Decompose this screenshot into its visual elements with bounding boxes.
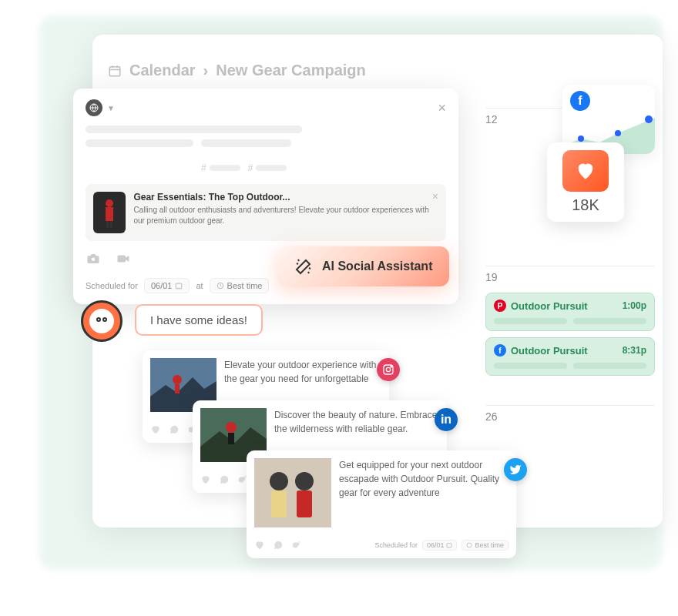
breadcrumb-root[interactable]: Calendar (129, 62, 196, 79)
svg-point-19 (104, 319, 106, 320)
close-icon[interactable]: × (432, 190, 438, 203)
share-icon[interactable] (291, 540, 302, 551)
placeholder-line (86, 126, 302, 133)
suggestion-card[interactable]: Get equipped for your next outdoor escap… (247, 450, 516, 558)
svg-point-25 (391, 367, 391, 367)
svg-rect-11 (110, 221, 112, 228)
schedule-date-chip[interactable]: 06/01 (422, 540, 458, 551)
event-time: 1:00p (623, 300, 646, 311)
svg-rect-10 (106, 221, 109, 228)
chevron-down-icon[interactable]: ▼ (107, 104, 115, 112)
likes-card: 18K (547, 142, 624, 222)
comment-icon[interactable] (273, 540, 284, 551)
instagram-icon (377, 358, 400, 381)
svg-point-27 (226, 422, 237, 433)
svg-rect-22 (175, 384, 180, 393)
suggestion-text: Get equipped for your next outdoor escap… (339, 458, 509, 527)
svg-point-32 (295, 472, 314, 490)
schedule-label: Scheduled for (374, 541, 418, 549)
svg-rect-28 (228, 433, 234, 444)
magic-wand-icon (294, 257, 313, 276)
attachment-thumbnail (93, 192, 126, 233)
suggestion-thumbnail (254, 458, 331, 527)
twitter-icon (504, 458, 527, 481)
svg-point-8 (106, 199, 113, 207)
svg-point-30 (270, 472, 288, 490)
schedule-label: Scheduled for (86, 281, 138, 290)
placeholder-line (201, 139, 291, 147)
chevron-right-icon: › (203, 62, 209, 79)
svg-point-35 (467, 543, 472, 547)
assistant-bubble: I have some ideas! (135, 304, 263, 336)
svg-point-18 (98, 319, 99, 320)
schedule-date-chip[interactable]: 06/01 (144, 278, 190, 293)
svg-rect-0 (109, 66, 120, 75)
heart-icon[interactable] (200, 474, 211, 485)
event-title: Outdoor Pursuit (511, 300, 618, 312)
pinterest-icon: P (494, 300, 506, 312)
calendar-date: 26 (485, 405, 655, 426)
svg-point-21 (173, 375, 182, 384)
svg-rect-14 (176, 283, 183, 289)
svg-rect-13 (118, 256, 126, 263)
heart-icon (562, 150, 609, 192)
likes-count: 18K (555, 196, 616, 214)
svg-rect-9 (106, 207, 113, 221)
svg-point-24 (386, 367, 390, 371)
attachment-body: Calling all outdoor enthusiasts and adve… (133, 205, 438, 226)
svg-rect-29 (254, 458, 331, 527)
svg-rect-33 (297, 490, 312, 517)
svg-point-12 (92, 258, 96, 262)
heart-icon[interactable] (150, 424, 161, 435)
facebook-icon: f (494, 344, 506, 357)
schedule-time-chip[interactable]: Best time (462, 540, 509, 551)
schedule-at: at (196, 281, 203, 290)
facebook-icon: f (570, 91, 590, 111)
breadcrumb-current: New Gear Campaign (216, 62, 366, 79)
attachment-title: Gear Essentials: The Top Outdoor... (133, 192, 438, 203)
svg-point-4 (578, 136, 584, 142)
svg-point-5 (615, 130, 621, 136)
svg-rect-34 (447, 544, 451, 547)
calendar-date: 19 (485, 266, 655, 286)
globe-icon[interactable] (86, 99, 102, 116)
placeholder-line (86, 139, 193, 147)
comment-icon[interactable] (219, 474, 230, 485)
ai-badge-label: AI Social Assistant (322, 259, 432, 273)
calendar-event[interactable]: P Outdoor Pursuit 1:00p (485, 293, 655, 331)
event-title: Outdoor Pursuit (511, 345, 618, 357)
heart-icon[interactable] (254, 540, 265, 551)
assistant-bubble-text: I have some ideas! (150, 313, 247, 326)
ai-assistant-badge[interactable]: AI Social Assistant (277, 246, 449, 286)
svg-point-6 (645, 116, 653, 123)
video-icon[interactable] (115, 252, 132, 266)
svg-rect-31 (271, 490, 287, 517)
hashtag-row: # # (86, 162, 446, 173)
schedule-time-chip[interactable]: Best time (210, 278, 270, 293)
close-icon[interactable]: × (438, 100, 446, 116)
comment-icon[interactable] (169, 424, 180, 435)
event-time: 8:31p (623, 345, 646, 356)
breadcrumb: Calendar › New Gear Campaign (108, 62, 366, 79)
attachment-card[interactable]: Gear Essentials: The Top Outdoor... Call… (86, 184, 446, 241)
calendar-icon (108, 64, 122, 78)
assistant-avatar (81, 300, 123, 342)
calendar-event[interactable]: f Outdoor Pursuit 8:31p (485, 337, 655, 376)
linkedin-icon: in (435, 408, 458, 431)
camera-icon[interactable] (86, 252, 101, 266)
